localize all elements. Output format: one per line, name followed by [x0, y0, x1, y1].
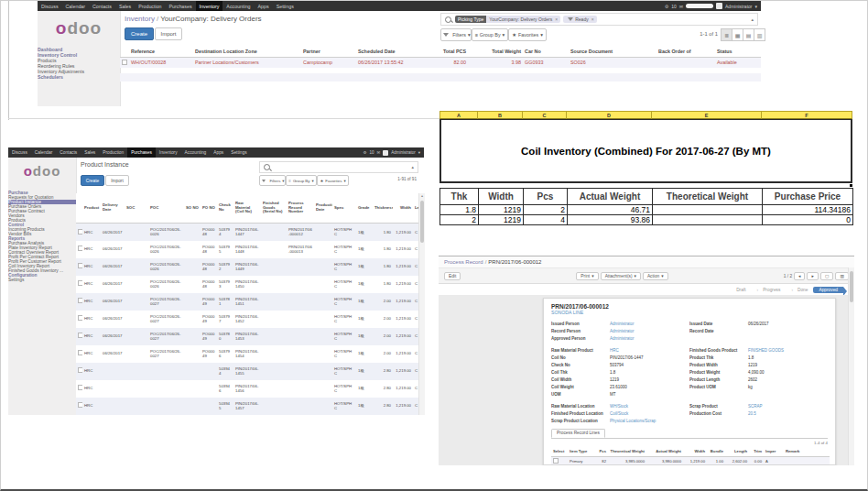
- favorites-button[interactable]: ★ Favorites▾: [508, 28, 547, 41]
- column-header[interactable]: Destination Location Zone: [193, 46, 301, 58]
- table-row[interactable]: HRC06/26/2017POC/2017/06/26-0026PO000485…: [76, 241, 418, 258]
- pivot-view-icon[interactable]: ▥: [754, 28, 765, 41]
- field-value[interactable]: Administrator: [610, 322, 635, 326]
- grid-view-icon[interactable]: ▥: [835, 272, 849, 280]
- filters-button[interactable]: Filters▾: [259, 175, 286, 186]
- user-menu[interactable]: Administrator: [391, 150, 416, 155]
- menu-item[interactable]: Inventory: [156, 147, 181, 158]
- w2-search-bar[interactable]: ▴: [259, 161, 418, 173]
- menu-item[interactable]: Settings: [273, 1, 298, 11]
- column-header[interactable]: Width: [683, 447, 707, 457]
- facet-close-icon[interactable]: ×: [555, 16, 560, 23]
- column-header[interactable]: Width: [393, 193, 413, 224]
- facet-close-icon[interactable]: ×: [591, 16, 597, 23]
- menu-item[interactable]: Purchases: [166, 1, 196, 11]
- column-header[interactable]: Thickness: [373, 193, 393, 224]
- import-button[interactable]: Import: [105, 175, 129, 186]
- field-value[interactable]: SCRAP: [748, 404, 763, 409]
- user-menu[interactable]: Administrator: [725, 4, 752, 9]
- sidebar-item[interactable]: Settings: [8, 278, 76, 282]
- table-row[interactable]: HRC06/26/2017POC/2017/06/26-0026PO000485…: [76, 258, 418, 276]
- pager-prev-icon[interactable]: ◂: [794, 272, 805, 280]
- menu-item[interactable]: Settings: [227, 147, 250, 158]
- column-header[interactable]: Actual Weight: [568, 189, 653, 205]
- gear-icon[interactable]: ⚙: [665, 4, 668, 9]
- menu-item[interactable]: Discuss: [8, 147, 31, 158]
- column-header[interactable]: Reference: [129, 46, 193, 58]
- group-by-button[interactable]: ≡ Group By▾: [286, 175, 317, 186]
- column-header[interactable]: Partner: [301, 46, 356, 58]
- column-header[interactable]: Production Date: [314, 193, 332, 224]
- list-view-icon[interactable]: ≣: [721, 28, 732, 41]
- scroll-up-icon[interactable]: ▴: [419, 193, 425, 199]
- column-header[interactable]: Length: [725, 447, 749, 457]
- column-header[interactable]: Bundle: [707, 447, 725, 457]
- column-header[interactable]: POC: [148, 193, 184, 224]
- w2-scrollbar[interactable]: ▴: [418, 193, 425, 415]
- column-header[interactable]: Scheduled Date: [356, 46, 431, 58]
- column-letter[interactable]: F: [762, 111, 852, 119]
- column-header[interactable]: Back Order of: [656, 46, 715, 58]
- column-header[interactable]: Width: [479, 189, 524, 205]
- column-header[interactable]: Product: [82, 193, 101, 224]
- column-header[interactable]: [120, 46, 129, 58]
- w1-search-bar[interactable]: Picking Type YourCompany: Delivery Order…: [440, 13, 758, 26]
- menu-item[interactable]: Sales: [115, 1, 135, 11]
- menu-item[interactable]: Discuss: [38, 1, 62, 11]
- lines-pager[interactable]: 1-4 of 4: [551, 441, 828, 445]
- field-value[interactable]: Administrator: [610, 336, 635, 341]
- gear-icon[interactable]: ⚙: [363, 150, 366, 155]
- menu-item[interactable]: Accounting: [181, 147, 211, 158]
- column-header[interactable]: Pcs: [524, 189, 568, 205]
- menu-item[interactable]: Accounting: [222, 1, 254, 11]
- group-by-button[interactable]: ≡ Group By▾: [472, 28, 508, 41]
- w1-pager[interactable]: 1-1 of 1: [674, 31, 718, 37]
- create-button[interactable]: Create: [125, 27, 154, 40]
- status-step[interactable]: Done: [786, 287, 813, 293]
- breadcrumb-link[interactable]: Inventory: [125, 15, 155, 23]
- messages-icon[interactable]: ✉: [679, 4, 683, 9]
- field-value[interactable]: Administrator: [610, 329, 635, 333]
- menu-item[interactable]: Inventory: [196, 1, 223, 11]
- column-header[interactable]: Theoretical Weight: [608, 447, 646, 457]
- menu-item[interactable]: Production: [99, 147, 127, 158]
- table-row[interactable]: WH/OUT/00028Partner Locations/CustomersC…: [120, 58, 761, 69]
- avatar[interactable]: [716, 3, 722, 9]
- column-header[interactable]: Select: [551, 447, 568, 457]
- kanban-view-icon[interactable]: ▦: [732, 28, 743, 41]
- table-row[interactable]: HRC06/26/2017POC/2017/06/26-0027PO000495…: [76, 345, 418, 363]
- table-row[interactable]: HRC06/26/2017POC/2017/06/26-0027PO000495…: [76, 311, 418, 328]
- column-header[interactable]: Item Type: [568, 447, 595, 457]
- table-row[interactable]: 21219493.860: [440, 215, 853, 225]
- selection-handle[interactable]: [850, 184, 852, 187]
- field-value[interactable]: HRC: [610, 348, 619, 353]
- messages-icon[interactable]: ✉: [376, 150, 380, 155]
- column-header[interactable]: [76, 193, 82, 224]
- menu-item[interactable]: Sales: [81, 147, 99, 158]
- column-header[interactable]: Purchase Price: [763, 189, 853, 205]
- activity-count[interactable]: 10: [671, 4, 677, 9]
- column-header[interactable]: Thk: [440, 189, 479, 205]
- column-header[interactable]: Status: [715, 46, 761, 58]
- column-letter[interactable]: C: [523, 111, 567, 119]
- column-header[interactable]: PO NO: [201, 193, 217, 224]
- attachments-button[interactable]: Attachment(s)▾: [601, 272, 641, 280]
- avatar[interactable]: [383, 150, 388, 156]
- column-header[interactable]: Trim: [749, 447, 764, 457]
- pager-next-icon[interactable]: ▸: [807, 272, 818, 280]
- field-value[interactable]: WH/Stock: [610, 404, 628, 409]
- table-row[interactable]: HRC06/26/2017POC/2017/06/26-0027PO000495…: [76, 293, 418, 311]
- column-header[interactable]: Delivery Date: [101, 193, 125, 224]
- record-subtitle-link[interactable]: SONODA LINE: [551, 310, 828, 315]
- w4-scrollbar[interactable]: [848, 267, 854, 465]
- status-step[interactable]: Approved: [813, 287, 843, 293]
- menu-item[interactable]: Contacts: [89, 1, 115, 11]
- column-header[interactable]: Imper: [764, 447, 784, 457]
- status-step[interactable]: Draft: [731, 287, 751, 293]
- filters-button[interactable]: Filters▾: [440, 28, 472, 41]
- spreadsheet-title-cell[interactable]: Coil Inventory (Combined) For 2017-06-27…: [439, 119, 852, 183]
- search-expand-icon[interactable]: ▴: [751, 16, 754, 22]
- menu-item[interactable]: Apps: [255, 1, 273, 11]
- field-value[interactable]: 20.5: [748, 411, 756, 416]
- column-letter[interactable]: D: [567, 111, 652, 119]
